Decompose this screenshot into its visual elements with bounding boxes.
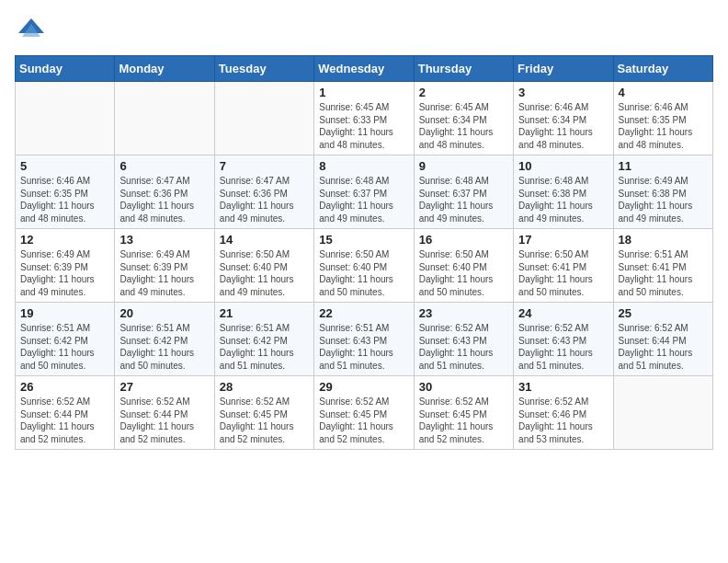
day-number: 6 bbox=[119, 159, 209, 173]
day-number: 22 bbox=[319, 306, 408, 320]
day-info: Sunrise: 6:50 AM Sunset: 6:40 PM Dayligh… bbox=[419, 248, 508, 298]
calendar-table: SundayMondayTuesdayWednesdayThursdayFrid… bbox=[15, 55, 713, 450]
day-number: 24 bbox=[518, 306, 608, 320]
day-number: 3 bbox=[518, 86, 608, 99]
day-header-monday: Monday bbox=[115, 56, 214, 82]
day-number: 15 bbox=[319, 233, 408, 247]
week-row-1: 1Sunrise: 6:45 AM Sunset: 6:33 PM Daylig… bbox=[16, 82, 713, 155]
day-info: Sunrise: 6:52 AM Sunset: 6:46 PM Dayligh… bbox=[518, 396, 608, 445]
day-header-saturday: Saturday bbox=[613, 56, 712, 82]
day-number: 10 bbox=[518, 159, 608, 173]
calendar-cell: 28Sunrise: 6:52 AM Sunset: 6:45 PM Dayli… bbox=[214, 376, 313, 450]
calendar-header-row: SundayMondayTuesdayWednesdayThursdayFrid… bbox=[16, 56, 713, 82]
calendar-cell: 31Sunrise: 6:52 AM Sunset: 6:46 PM Dayli… bbox=[514, 376, 613, 450]
day-number: 23 bbox=[419, 306, 508, 320]
day-info: Sunrise: 6:52 AM Sunset: 6:45 PM Dayligh… bbox=[419, 396, 508, 445]
calendar-cell: 25Sunrise: 6:52 AM Sunset: 6:44 PM Dayli… bbox=[613, 303, 712, 376]
day-info: Sunrise: 6:52 AM Sunset: 6:44 PM Dayligh… bbox=[20, 396, 109, 445]
week-row-3: 12Sunrise: 6:49 AM Sunset: 6:39 PM Dayli… bbox=[16, 229, 713, 303]
calendar-cell: 21Sunrise: 6:51 AM Sunset: 6:42 PM Dayli… bbox=[214, 303, 313, 376]
calendar-cell: 15Sunrise: 6:50 AM Sunset: 6:40 PM Dayli… bbox=[314, 229, 414, 303]
day-number: 5 bbox=[20, 159, 109, 173]
day-number: 20 bbox=[119, 306, 209, 320]
day-info: Sunrise: 6:45 AM Sunset: 6:34 PM Dayligh… bbox=[419, 101, 508, 151]
day-number: 14 bbox=[220, 233, 309, 247]
day-number: 1 bbox=[319, 86, 408, 99]
calendar-cell: 12Sunrise: 6:49 AM Sunset: 6:39 PM Dayli… bbox=[16, 229, 115, 303]
day-number: 18 bbox=[619, 233, 708, 247]
calendar-cell: 11Sunrise: 6:49 AM Sunset: 6:38 PM Dayli… bbox=[613, 155, 712, 229]
day-number: 11 bbox=[619, 159, 708, 173]
day-number: 16 bbox=[419, 233, 508, 247]
day-number: 25 bbox=[619, 306, 708, 320]
day-number: 4 bbox=[619, 86, 708, 99]
day-info: Sunrise: 6:51 AM Sunset: 6:42 PM Dayligh… bbox=[220, 322, 309, 372]
day-info: Sunrise: 6:49 AM Sunset: 6:39 PM Dayligh… bbox=[20, 248, 109, 298]
day-number: 29 bbox=[319, 380, 408, 394]
week-row-2: 5Sunrise: 6:46 AM Sunset: 6:35 PM Daylig… bbox=[16, 155, 713, 229]
day-number: 17 bbox=[518, 233, 608, 247]
page-header bbox=[15, 15, 713, 48]
calendar-cell: 8Sunrise: 6:48 AM Sunset: 6:37 PM Daylig… bbox=[314, 155, 414, 229]
day-number: 28 bbox=[220, 380, 309, 394]
day-info: Sunrise: 6:49 AM Sunset: 6:39 PM Dayligh… bbox=[119, 248, 209, 298]
day-info: Sunrise: 6:46 AM Sunset: 6:34 PM Dayligh… bbox=[518, 101, 608, 151]
day-info: Sunrise: 6:49 AM Sunset: 6:38 PM Dayligh… bbox=[619, 175, 708, 224]
day-number: 31 bbox=[518, 380, 608, 394]
day-number: 30 bbox=[419, 380, 508, 394]
day-info: Sunrise: 6:50 AM Sunset: 6:41 PM Dayligh… bbox=[518, 248, 608, 298]
calendar-cell: 1Sunrise: 6:45 AM Sunset: 6:33 PM Daylig… bbox=[314, 82, 414, 155]
day-info: Sunrise: 6:47 AM Sunset: 6:36 PM Dayligh… bbox=[220, 175, 309, 224]
day-info: Sunrise: 6:47 AM Sunset: 6:36 PM Dayligh… bbox=[119, 175, 209, 224]
calendar-cell: 9Sunrise: 6:48 AM Sunset: 6:37 PM Daylig… bbox=[414, 155, 513, 229]
calendar-cell: 19Sunrise: 6:51 AM Sunset: 6:42 PM Dayli… bbox=[16, 303, 115, 376]
day-info: Sunrise: 6:52 AM Sunset: 6:45 PM Dayligh… bbox=[220, 396, 309, 445]
day-number: 27 bbox=[119, 380, 209, 394]
calendar-cell: 27Sunrise: 6:52 AM Sunset: 6:44 PM Dayli… bbox=[115, 376, 214, 450]
calendar-cell bbox=[115, 82, 214, 155]
calendar-cell: 5Sunrise: 6:46 AM Sunset: 6:35 PM Daylig… bbox=[16, 155, 115, 229]
day-info: Sunrise: 6:52 AM Sunset: 6:43 PM Dayligh… bbox=[518, 322, 608, 372]
calendar-cell: 29Sunrise: 6:52 AM Sunset: 6:45 PM Dayli… bbox=[314, 376, 414, 450]
calendar-cell: 18Sunrise: 6:51 AM Sunset: 6:41 PM Dayli… bbox=[613, 229, 712, 303]
day-info: Sunrise: 6:46 AM Sunset: 6:35 PM Dayligh… bbox=[619, 101, 708, 151]
calendar-cell: 6Sunrise: 6:47 AM Sunset: 6:36 PM Daylig… bbox=[115, 155, 214, 229]
calendar-cell: 23Sunrise: 6:52 AM Sunset: 6:43 PM Dayli… bbox=[414, 303, 513, 376]
week-row-5: 26Sunrise: 6:52 AM Sunset: 6:44 PM Dayli… bbox=[16, 376, 713, 450]
day-number: 12 bbox=[20, 233, 109, 247]
day-info: Sunrise: 6:51 AM Sunset: 6:42 PM Dayligh… bbox=[119, 322, 209, 372]
calendar-cell: 2Sunrise: 6:45 AM Sunset: 6:34 PM Daylig… bbox=[414, 82, 513, 155]
calendar-cell: 10Sunrise: 6:48 AM Sunset: 6:38 PM Dayli… bbox=[514, 155, 613, 229]
calendar-cell: 30Sunrise: 6:52 AM Sunset: 6:45 PM Dayli… bbox=[414, 376, 513, 450]
logo bbox=[15, 15, 51, 48]
day-header-thursday: Thursday bbox=[414, 56, 513, 82]
day-info: Sunrise: 6:48 AM Sunset: 6:37 PM Dayligh… bbox=[319, 175, 408, 224]
week-row-4: 19Sunrise: 6:51 AM Sunset: 6:42 PM Dayli… bbox=[16, 303, 713, 376]
day-info: Sunrise: 6:46 AM Sunset: 6:35 PM Dayligh… bbox=[20, 175, 109, 224]
calendar-cell bbox=[214, 82, 313, 155]
calendar-cell: 4Sunrise: 6:46 AM Sunset: 6:35 PM Daylig… bbox=[613, 82, 712, 155]
day-info: Sunrise: 6:52 AM Sunset: 6:43 PM Dayligh… bbox=[419, 322, 508, 372]
calendar-cell bbox=[613, 376, 712, 450]
day-info: Sunrise: 6:45 AM Sunset: 6:33 PM Dayligh… bbox=[319, 101, 408, 151]
day-info: Sunrise: 6:51 AM Sunset: 6:43 PM Dayligh… bbox=[319, 322, 408, 372]
day-number: 8 bbox=[319, 159, 408, 173]
calendar-cell: 14Sunrise: 6:50 AM Sunset: 6:40 PM Dayli… bbox=[214, 229, 313, 303]
calendar-cell: 22Sunrise: 6:51 AM Sunset: 6:43 PM Dayli… bbox=[314, 303, 414, 376]
day-info: Sunrise: 6:50 AM Sunset: 6:40 PM Dayligh… bbox=[220, 248, 309, 298]
day-header-sunday: Sunday bbox=[16, 56, 115, 82]
day-number: 21 bbox=[220, 306, 309, 320]
day-number: 2 bbox=[419, 86, 508, 99]
day-info: Sunrise: 6:48 AM Sunset: 6:37 PM Dayligh… bbox=[419, 175, 508, 224]
day-header-wednesday: Wednesday bbox=[314, 56, 414, 82]
day-header-friday: Friday bbox=[514, 56, 613, 82]
day-info: Sunrise: 6:50 AM Sunset: 6:40 PM Dayligh… bbox=[319, 248, 408, 298]
day-number: 7 bbox=[220, 159, 309, 173]
day-header-tuesday: Tuesday bbox=[214, 56, 313, 82]
day-info: Sunrise: 6:52 AM Sunset: 6:44 PM Dayligh… bbox=[619, 322, 708, 372]
calendar-cell bbox=[16, 82, 115, 155]
day-info: Sunrise: 6:52 AM Sunset: 6:45 PM Dayligh… bbox=[319, 396, 408, 445]
calendar-cell: 13Sunrise: 6:49 AM Sunset: 6:39 PM Dayli… bbox=[115, 229, 214, 303]
calendar-cell: 17Sunrise: 6:50 AM Sunset: 6:41 PM Dayli… bbox=[514, 229, 613, 303]
day-info: Sunrise: 6:51 AM Sunset: 6:41 PM Dayligh… bbox=[619, 248, 708, 298]
